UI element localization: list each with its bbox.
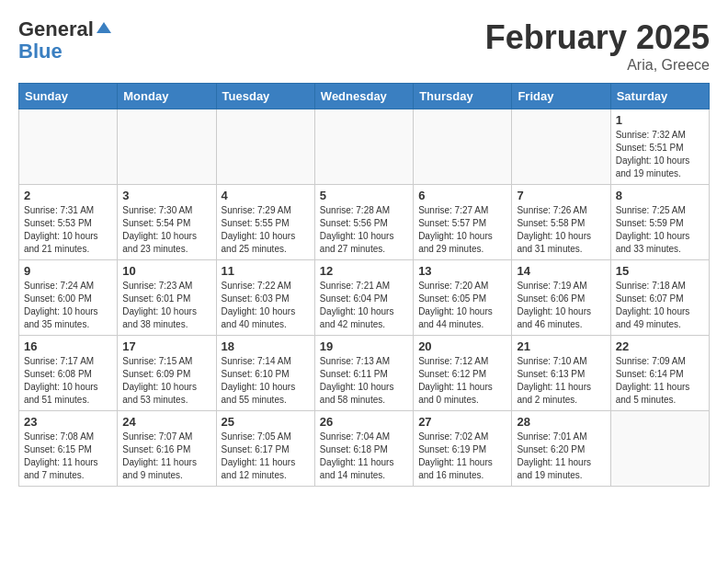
day-cell: 18Sunrise: 7:14 AM Sunset: 6:10 PM Dayli…	[216, 336, 314, 411]
day-cell: 28Sunrise: 7:01 AM Sunset: 6:20 PM Dayli…	[512, 411, 610, 487]
day-number: 16	[24, 339, 112, 353]
day-cell: 25Sunrise: 7:05 AM Sunset: 6:17 PM Dayli…	[216, 411, 314, 487]
day-cell	[19, 109, 118, 185]
calendar-table: SundayMondayTuesdayWednesdayThursdayFrid…	[18, 83, 710, 487]
day-cell: 27Sunrise: 7:02 AM Sunset: 6:19 PM Dayli…	[414, 411, 512, 487]
logo: General Blue	[18, 18, 111, 63]
day-info: Sunrise: 7:18 AM Sunset: 6:07 PM Dayligh…	[616, 280, 704, 331]
day-cell	[314, 109, 413, 185]
day-cell: 2Sunrise: 7:31 AM Sunset: 5:53 PM Daylig…	[19, 185, 118, 260]
day-number: 15	[616, 264, 704, 278]
day-number: 10	[122, 264, 210, 278]
day-cell: 1Sunrise: 7:32 AM Sunset: 5:51 PM Daylig…	[610, 109, 709, 185]
day-info: Sunrise: 7:26 AM Sunset: 5:58 PM Dayligh…	[517, 204, 605, 256]
weekday-header-row: SundayMondayTuesdayWednesdayThursdayFrid…	[19, 84, 710, 109]
day-info: Sunrise: 7:14 AM Sunset: 6:10 PM Dayligh…	[222, 355, 310, 407]
day-info: Sunrise: 7:19 AM Sunset: 6:06 PM Dayligh…	[517, 280, 605, 331]
day-number: 9	[24, 264, 112, 278]
day-number: 19	[320, 339, 408, 353]
day-info: Sunrise: 7:21 AM Sunset: 6:04 PM Dayligh…	[320, 280, 408, 331]
title-block: February 2025 Aria, Greece	[485, 18, 710, 74]
weekday-header-monday: Monday	[118, 84, 216, 109]
weekday-header-tuesday: Tuesday	[216, 84, 314, 109]
day-number: 5	[320, 189, 408, 202]
day-cell	[610, 411, 709, 487]
logo-general-text: General	[18, 18, 94, 40]
weekday-header-sunday: Sunday	[19, 84, 118, 109]
day-cell: 9Sunrise: 7:24 AM Sunset: 6:00 PM Daylig…	[19, 260, 118, 336]
day-info: Sunrise: 7:25 AM Sunset: 5:59 PM Dayligh…	[616, 204, 704, 256]
day-number: 13	[418, 264, 506, 278]
day-cell: 24Sunrise: 7:07 AM Sunset: 6:16 PM Dayli…	[118, 411, 216, 487]
day-cell: 26Sunrise: 7:04 AM Sunset: 6:18 PM Dayli…	[314, 411, 413, 487]
month-title: February 2025	[485, 18, 710, 57]
day-number: 6	[418, 189, 506, 202]
day-info: Sunrise: 7:07 AM Sunset: 6:16 PM Dayligh…	[122, 431, 210, 482]
day-number: 22	[616, 339, 704, 353]
day-number: 4	[222, 189, 310, 202]
day-info: Sunrise: 7:28 AM Sunset: 5:56 PM Dayligh…	[320, 204, 408, 256]
day-info: Sunrise: 7:24 AM Sunset: 6:00 PM Dayligh…	[24, 280, 112, 331]
day-cell: 21Sunrise: 7:10 AM Sunset: 6:13 PM Dayli…	[512, 336, 610, 411]
day-info: Sunrise: 7:08 AM Sunset: 6:15 PM Dayligh…	[24, 431, 112, 482]
day-cell: 22Sunrise: 7:09 AM Sunset: 6:14 PM Dayli…	[610, 336, 709, 411]
day-number: 14	[517, 264, 605, 278]
weekday-header-saturday: Saturday	[610, 84, 709, 109]
location-subtitle: Aria, Greece	[485, 57, 710, 74]
day-info: Sunrise: 7:32 AM Sunset: 5:51 PM Dayligh…	[616, 129, 704, 180]
day-cell: 10Sunrise: 7:23 AM Sunset: 6:01 PM Dayli…	[118, 260, 216, 336]
weekday-header-wednesday: Wednesday	[314, 84, 413, 109]
day-cell: 23Sunrise: 7:08 AM Sunset: 6:15 PM Dayli…	[19, 411, 118, 487]
weekday-header-friday: Friday	[512, 84, 610, 109]
day-number: 20	[418, 339, 506, 353]
day-cell: 7Sunrise: 7:26 AM Sunset: 5:58 PM Daylig…	[512, 185, 610, 260]
day-number: 24	[122, 415, 210, 429]
day-cell: 11Sunrise: 7:22 AM Sunset: 6:03 PM Dayli…	[216, 260, 314, 336]
day-info: Sunrise: 7:27 AM Sunset: 5:57 PM Dayligh…	[418, 204, 506, 256]
day-cell: 12Sunrise: 7:21 AM Sunset: 6:04 PM Dayli…	[314, 260, 413, 336]
day-info: Sunrise: 7:04 AM Sunset: 6:18 PM Dayligh…	[320, 431, 408, 482]
day-cell: 13Sunrise: 7:20 AM Sunset: 6:05 PM Dayli…	[414, 260, 512, 336]
day-info: Sunrise: 7:17 AM Sunset: 6:08 PM Dayligh…	[24, 355, 112, 407]
day-number: 25	[222, 415, 310, 429]
logo-arrow-icon	[97, 20, 111, 39]
day-info: Sunrise: 7:20 AM Sunset: 6:05 PM Dayligh…	[418, 280, 506, 331]
week-row-3: 9Sunrise: 7:24 AM Sunset: 6:00 PM Daylig…	[19, 260, 710, 336]
day-info: Sunrise: 7:01 AM Sunset: 6:20 PM Dayligh…	[517, 431, 605, 482]
day-number: 1	[616, 113, 704, 127]
day-cell	[118, 109, 216, 185]
day-cell	[216, 109, 314, 185]
day-info: Sunrise: 7:02 AM Sunset: 6:19 PM Dayligh…	[418, 431, 506, 482]
day-info: Sunrise: 7:29 AM Sunset: 5:55 PM Dayligh…	[222, 204, 310, 256]
day-cell: 20Sunrise: 7:12 AM Sunset: 6:12 PM Dayli…	[414, 336, 512, 411]
week-row-5: 23Sunrise: 7:08 AM Sunset: 6:15 PM Dayli…	[19, 411, 710, 487]
day-cell: 4Sunrise: 7:29 AM Sunset: 5:55 PM Daylig…	[216, 185, 314, 260]
day-info: Sunrise: 7:22 AM Sunset: 6:03 PM Dayligh…	[222, 280, 310, 331]
day-cell: 8Sunrise: 7:25 AM Sunset: 5:59 PM Daylig…	[610, 185, 709, 260]
day-info: Sunrise: 7:30 AM Sunset: 5:54 PM Dayligh…	[122, 204, 210, 256]
day-number: 2	[24, 189, 112, 202]
day-cell: 5Sunrise: 7:28 AM Sunset: 5:56 PM Daylig…	[314, 185, 413, 260]
day-info: Sunrise: 7:31 AM Sunset: 5:53 PM Dayligh…	[24, 204, 112, 256]
day-number: 21	[517, 339, 605, 353]
day-info: Sunrise: 7:12 AM Sunset: 6:12 PM Dayligh…	[418, 355, 506, 407]
logo-blue-text: Blue	[18, 40, 63, 63]
day-cell: 14Sunrise: 7:19 AM Sunset: 6:06 PM Dayli…	[512, 260, 610, 336]
week-row-1: 1Sunrise: 7:32 AM Sunset: 5:51 PM Daylig…	[19, 109, 710, 185]
day-number: 3	[122, 189, 210, 202]
weekday-header-thursday: Thursday	[414, 84, 512, 109]
day-info: Sunrise: 7:13 AM Sunset: 6:11 PM Dayligh…	[320, 355, 408, 407]
svg-marker-0	[97, 22, 111, 33]
day-cell: 6Sunrise: 7:27 AM Sunset: 5:57 PM Daylig…	[414, 185, 512, 260]
day-number: 23	[24, 415, 112, 429]
day-number: 17	[122, 339, 210, 353]
day-cell	[414, 109, 512, 185]
week-row-2: 2Sunrise: 7:31 AM Sunset: 5:53 PM Daylig…	[19, 185, 710, 260]
day-number: 11	[222, 264, 310, 278]
day-cell: 3Sunrise: 7:30 AM Sunset: 5:54 PM Daylig…	[118, 185, 216, 260]
week-row-4: 16Sunrise: 7:17 AM Sunset: 6:08 PM Dayli…	[19, 336, 710, 411]
day-info: Sunrise: 7:10 AM Sunset: 6:13 PM Dayligh…	[517, 355, 605, 407]
day-info: Sunrise: 7:09 AM Sunset: 6:14 PM Dayligh…	[616, 355, 704, 407]
day-number: 26	[320, 415, 408, 429]
page-header: General Blue February 2025 Aria, Greece	[18, 18, 710, 74]
